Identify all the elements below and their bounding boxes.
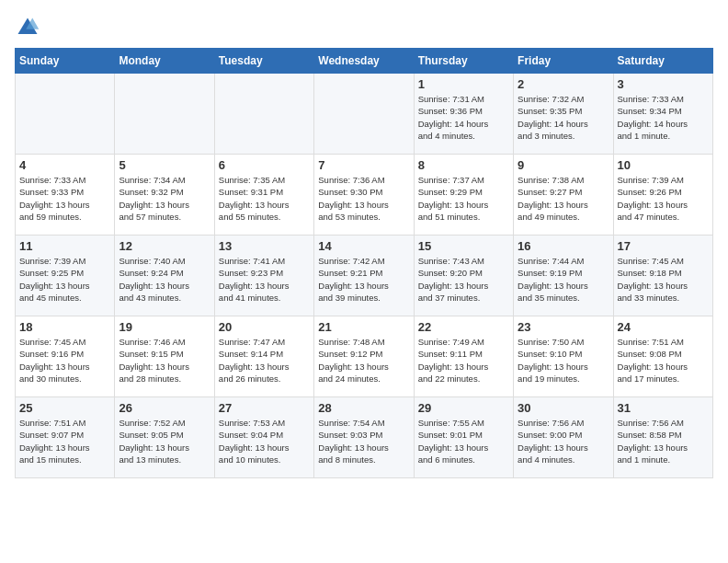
calendar-cell: 24Sunrise: 7:51 AM Sunset: 9:08 PM Dayli… xyxy=(613,316,712,397)
day-number: 26 xyxy=(119,401,210,415)
calendar-cell: 3Sunrise: 7:33 AM Sunset: 9:34 PM Daylig… xyxy=(613,74,712,155)
calendar-cell: 11Sunrise: 7:39 AM Sunset: 9:25 PM Dayli… xyxy=(16,236,115,316)
day-number: 14 xyxy=(318,239,409,253)
calendar-cell: 29Sunrise: 7:55 AM Sunset: 9:01 PM Dayli… xyxy=(414,397,513,478)
day-number: 20 xyxy=(219,320,310,334)
day-info: Sunrise: 7:33 AM Sunset: 9:34 PM Dayligh… xyxy=(618,93,709,142)
page-header xyxy=(15,15,713,40)
day-info: Sunrise: 7:55 AM Sunset: 9:01 PM Dayligh… xyxy=(418,417,509,465)
logo xyxy=(15,15,44,40)
day-number: 8 xyxy=(418,158,509,172)
day-number: 23 xyxy=(518,320,609,334)
calendar-cell xyxy=(115,74,214,155)
calendar-cell: 18Sunrise: 7:45 AM Sunset: 9:16 PM Dayli… xyxy=(16,316,115,397)
calendar-cell: 8Sunrise: 7:37 AM Sunset: 9:29 PM Daylig… xyxy=(414,155,513,236)
calendar-cell xyxy=(16,74,115,155)
calendar-cell: 14Sunrise: 7:42 AM Sunset: 9:21 PM Dayli… xyxy=(314,236,414,316)
calendar-cell: 20Sunrise: 7:47 AM Sunset: 9:14 PM Dayli… xyxy=(214,316,313,397)
day-info: Sunrise: 7:35 AM Sunset: 9:31 PM Dayligh… xyxy=(219,174,310,223)
calendar-week-row: 18Sunrise: 7:45 AM Sunset: 9:16 PM Dayli… xyxy=(16,316,713,397)
day-number: 15 xyxy=(418,239,509,253)
day-number: 18 xyxy=(19,320,110,334)
calendar-cell: 10Sunrise: 7:39 AM Sunset: 9:26 PM Dayli… xyxy=(613,155,712,236)
calendar-cell: 27Sunrise: 7:53 AM Sunset: 9:04 PM Dayli… xyxy=(214,397,313,478)
day-info: Sunrise: 7:47 AM Sunset: 9:14 PM Dayligh… xyxy=(219,336,310,385)
calendar-week-row: 11Sunrise: 7:39 AM Sunset: 9:25 PM Dayli… xyxy=(16,236,713,316)
day-info: Sunrise: 7:49 AM Sunset: 9:11 PM Dayligh… xyxy=(418,336,509,385)
day-info: Sunrise: 7:45 AM Sunset: 9:16 PM Dayligh… xyxy=(19,336,110,385)
day-info: Sunrise: 7:36 AM Sunset: 9:30 PM Dayligh… xyxy=(318,174,409,223)
calendar-cell: 12Sunrise: 7:40 AM Sunset: 9:24 PM Dayli… xyxy=(115,236,214,316)
calendar-cell: 13Sunrise: 7:41 AM Sunset: 9:23 PM Dayli… xyxy=(214,236,313,316)
day-info: Sunrise: 7:48 AM Sunset: 9:12 PM Dayligh… xyxy=(318,336,409,385)
day-info: Sunrise: 7:56 AM Sunset: 9:00 PM Dayligh… xyxy=(518,417,609,465)
calendar-cell: 5Sunrise: 7:34 AM Sunset: 9:32 PM Daylig… xyxy=(115,155,214,236)
calendar-cell: 25Sunrise: 7:51 AM Sunset: 9:07 PM Dayli… xyxy=(16,397,115,478)
day-number: 13 xyxy=(219,239,310,253)
day-info: Sunrise: 7:39 AM Sunset: 9:26 PM Dayligh… xyxy=(618,174,709,223)
calendar-cell: 1Sunrise: 7:31 AM Sunset: 9:36 PM Daylig… xyxy=(414,74,513,155)
day-info: Sunrise: 7:34 AM Sunset: 9:32 PM Dayligh… xyxy=(119,174,210,223)
day-info: Sunrise: 7:37 AM Sunset: 9:29 PM Dayligh… xyxy=(418,174,509,223)
day-number: 3 xyxy=(618,77,709,91)
header-tuesday: Tuesday xyxy=(214,49,313,74)
day-number: 12 xyxy=(119,239,210,253)
calendar-cell: 30Sunrise: 7:56 AM Sunset: 9:00 PM Dayli… xyxy=(514,397,613,478)
day-info: Sunrise: 7:38 AM Sunset: 9:27 PM Dayligh… xyxy=(518,174,609,223)
day-number: 31 xyxy=(618,401,709,415)
calendar-cell xyxy=(214,74,313,155)
day-number: 4 xyxy=(19,158,110,172)
calendar-week-row: 4Sunrise: 7:33 AM Sunset: 9:33 PM Daylig… xyxy=(16,155,713,236)
calendar-cell: 7Sunrise: 7:36 AM Sunset: 9:30 PM Daylig… xyxy=(314,155,414,236)
calendar-cell: 17Sunrise: 7:45 AM Sunset: 9:18 PM Dayli… xyxy=(613,236,712,316)
day-info: Sunrise: 7:50 AM Sunset: 9:10 PM Dayligh… xyxy=(518,336,609,385)
day-number: 11 xyxy=(19,239,110,253)
calendar-cell: 26Sunrise: 7:52 AM Sunset: 9:05 PM Dayli… xyxy=(115,397,214,478)
day-number: 2 xyxy=(518,77,609,91)
day-number: 6 xyxy=(219,158,310,172)
day-info: Sunrise: 7:33 AM Sunset: 9:33 PM Dayligh… xyxy=(19,174,110,223)
day-number: 1 xyxy=(418,77,509,91)
calendar-cell: 22Sunrise: 7:49 AM Sunset: 9:11 PM Dayli… xyxy=(414,316,513,397)
header-thursday: Thursday xyxy=(414,49,513,74)
day-number: 29 xyxy=(418,401,509,415)
day-info: Sunrise: 7:51 AM Sunset: 9:08 PM Dayligh… xyxy=(618,336,709,385)
day-info: Sunrise: 7:39 AM Sunset: 9:25 PM Dayligh… xyxy=(19,255,110,304)
day-info: Sunrise: 7:53 AM Sunset: 9:04 PM Dayligh… xyxy=(219,417,310,465)
day-info: Sunrise: 7:46 AM Sunset: 9:15 PM Dayligh… xyxy=(119,336,210,385)
header-monday: Monday xyxy=(115,49,214,74)
day-number: 30 xyxy=(518,401,609,415)
calendar-cell xyxy=(314,74,414,155)
day-number: 28 xyxy=(318,401,409,415)
header-sunday: Sunday xyxy=(16,49,115,74)
calendar-header-row: SundayMondayTuesdayWednesdayThursdayFrid… xyxy=(16,49,713,74)
day-info: Sunrise: 7:54 AM Sunset: 9:03 PM Dayligh… xyxy=(318,417,409,465)
calendar-cell: 21Sunrise: 7:48 AM Sunset: 9:12 PM Dayli… xyxy=(314,316,414,397)
day-number: 10 xyxy=(618,158,709,172)
day-number: 24 xyxy=(618,320,709,334)
day-number: 21 xyxy=(318,320,409,334)
header-wednesday: Wednesday xyxy=(314,49,414,74)
day-number: 9 xyxy=(518,158,609,172)
header-friday: Friday xyxy=(514,49,613,74)
day-number: 17 xyxy=(618,239,709,253)
day-info: Sunrise: 7:40 AM Sunset: 9:24 PM Dayligh… xyxy=(119,255,210,304)
day-number: 16 xyxy=(518,239,609,253)
day-number: 22 xyxy=(418,320,509,334)
calendar-cell: 31Sunrise: 7:56 AM Sunset: 8:58 PM Dayli… xyxy=(613,397,712,478)
calendar-week-row: 25Sunrise: 7:51 AM Sunset: 9:07 PM Dayli… xyxy=(16,397,713,478)
day-number: 5 xyxy=(119,158,210,172)
calendar-cell: 28Sunrise: 7:54 AM Sunset: 9:03 PM Dayli… xyxy=(314,397,414,478)
day-number: 7 xyxy=(318,158,409,172)
day-number: 19 xyxy=(119,320,210,334)
day-info: Sunrise: 7:56 AM Sunset: 8:58 PM Dayligh… xyxy=(618,417,709,465)
day-info: Sunrise: 7:31 AM Sunset: 9:36 PM Dayligh… xyxy=(418,93,509,142)
calendar-cell: 16Sunrise: 7:44 AM Sunset: 9:19 PM Dayli… xyxy=(514,236,613,316)
calendar-cell: 6Sunrise: 7:35 AM Sunset: 9:31 PM Daylig… xyxy=(214,155,313,236)
day-info: Sunrise: 7:44 AM Sunset: 9:19 PM Dayligh… xyxy=(518,255,609,304)
day-number: 25 xyxy=(19,401,110,415)
calendar-cell: 9Sunrise: 7:38 AM Sunset: 9:27 PM Daylig… xyxy=(514,155,613,236)
day-info: Sunrise: 7:51 AM Sunset: 9:07 PM Dayligh… xyxy=(19,417,110,465)
day-number: 27 xyxy=(219,401,310,415)
day-info: Sunrise: 7:32 AM Sunset: 9:35 PM Dayligh… xyxy=(518,93,609,142)
